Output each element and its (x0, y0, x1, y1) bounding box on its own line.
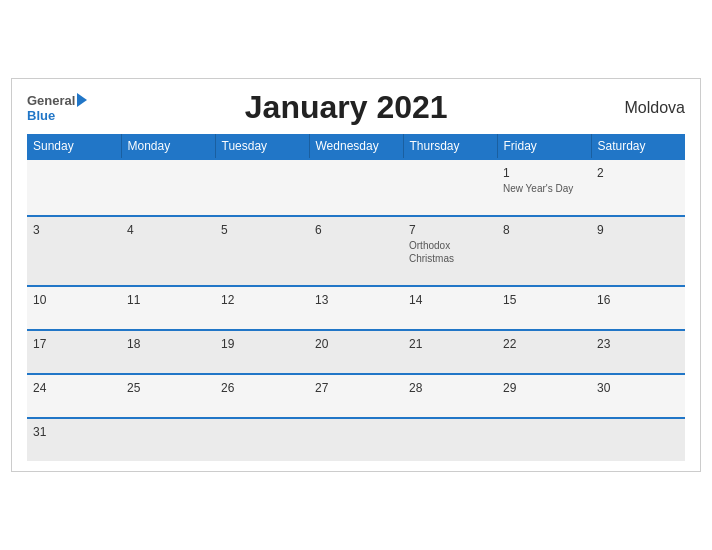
day-number: 14 (409, 293, 491, 307)
calendar-week-row: 17181920212223 (27, 330, 685, 374)
calendar-table: Sunday Monday Tuesday Wednesday Thursday… (27, 134, 685, 461)
day-number: 6 (315, 223, 397, 237)
day-number: 1 (503, 166, 585, 180)
day-number: 21 (409, 337, 491, 351)
day-number: 3 (33, 223, 115, 237)
calendar-day: 4 (121, 216, 215, 286)
logo-triangle-icon (77, 93, 87, 107)
day-number: 24 (33, 381, 115, 395)
calendar-week-row: 1New Year's Day2 (27, 159, 685, 216)
calendar-day: 9 (591, 216, 685, 286)
logo-general-text: General (27, 93, 75, 108)
day-number: 10 (33, 293, 115, 307)
calendar-day: 26 (215, 374, 309, 418)
calendar-day: 15 (497, 286, 591, 330)
header-tuesday: Tuesday (215, 134, 309, 159)
day-number: 16 (597, 293, 679, 307)
holiday-label: New Year's Day (503, 182, 585, 195)
day-number: 18 (127, 337, 209, 351)
calendar-day: 31 (27, 418, 121, 461)
calendar-day (403, 418, 497, 461)
calendar-day (497, 418, 591, 461)
calendar-day: 16 (591, 286, 685, 330)
logo-blue-text: Blue (27, 108, 55, 123)
header-saturday: Saturday (591, 134, 685, 159)
calendar-container: General Blue January 2021 Moldova Sunday… (11, 78, 701, 472)
header-sunday: Sunday (27, 134, 121, 159)
day-number: 23 (597, 337, 679, 351)
day-number: 22 (503, 337, 585, 351)
day-number: 31 (33, 425, 115, 439)
header-monday: Monday (121, 134, 215, 159)
day-number: 27 (315, 381, 397, 395)
calendar-day (215, 159, 309, 216)
day-number: 13 (315, 293, 397, 307)
country-label: Moldova (605, 99, 685, 117)
calendar-day: 7Orthodox Christmas (403, 216, 497, 286)
calendar-day (309, 418, 403, 461)
calendar-day: 22 (497, 330, 591, 374)
day-number: 26 (221, 381, 303, 395)
calendar-day (309, 159, 403, 216)
calendar-day: 2 (591, 159, 685, 216)
calendar-day: 24 (27, 374, 121, 418)
day-number: 29 (503, 381, 585, 395)
calendar-day: 21 (403, 330, 497, 374)
calendar-day: 18 (121, 330, 215, 374)
calendar-day: 19 (215, 330, 309, 374)
calendar-day: 20 (309, 330, 403, 374)
weekday-header-row: Sunday Monday Tuesday Wednesday Thursday… (27, 134, 685, 159)
day-number: 30 (597, 381, 679, 395)
day-number: 2 (597, 166, 679, 180)
day-number: 28 (409, 381, 491, 395)
calendar-week-row: 34567Orthodox Christmas89 (27, 216, 685, 286)
calendar-day: 6 (309, 216, 403, 286)
calendar-week-row: 31 (27, 418, 685, 461)
calendar-day: 13 (309, 286, 403, 330)
calendar-day: 28 (403, 374, 497, 418)
day-number: 5 (221, 223, 303, 237)
day-number: 9 (597, 223, 679, 237)
day-number: 8 (503, 223, 585, 237)
calendar-week-row: 10111213141516 (27, 286, 685, 330)
calendar-title: January 2021 (87, 89, 605, 126)
calendar-day: 3 (27, 216, 121, 286)
calendar-day: 17 (27, 330, 121, 374)
calendar-day (215, 418, 309, 461)
holiday-label: Orthodox Christmas (409, 239, 491, 265)
day-number: 12 (221, 293, 303, 307)
calendar-day (121, 418, 215, 461)
day-number: 4 (127, 223, 209, 237)
calendar-day: 11 (121, 286, 215, 330)
calendar-day: 14 (403, 286, 497, 330)
calendar-day: 29 (497, 374, 591, 418)
day-number: 20 (315, 337, 397, 351)
calendar-day (121, 159, 215, 216)
day-number: 17 (33, 337, 115, 351)
calendar-day (591, 418, 685, 461)
calendar-day: 25 (121, 374, 215, 418)
calendar-header: General Blue January 2021 Moldova (27, 89, 685, 126)
day-number: 11 (127, 293, 209, 307)
calendar-day (27, 159, 121, 216)
calendar-day: 5 (215, 216, 309, 286)
day-number: 25 (127, 381, 209, 395)
calendar-day (403, 159, 497, 216)
header-thursday: Thursday (403, 134, 497, 159)
day-number: 15 (503, 293, 585, 307)
logo: General Blue (27, 93, 87, 123)
calendar-day: 12 (215, 286, 309, 330)
calendar-day: 23 (591, 330, 685, 374)
calendar-day: 30 (591, 374, 685, 418)
day-number: 7 (409, 223, 491, 237)
calendar-day: 27 (309, 374, 403, 418)
header-wednesday: Wednesday (309, 134, 403, 159)
header-friday: Friday (497, 134, 591, 159)
calendar-week-row: 24252627282930 (27, 374, 685, 418)
calendar-day: 1New Year's Day (497, 159, 591, 216)
calendar-day: 10 (27, 286, 121, 330)
calendar-day: 8 (497, 216, 591, 286)
day-number: 19 (221, 337, 303, 351)
